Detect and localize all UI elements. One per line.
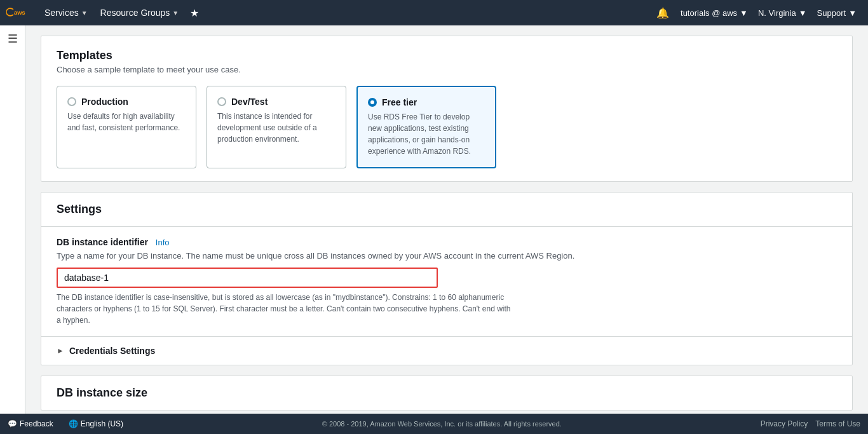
navbar-left: aws Services ▼ Resource Groups ▼ ★: [6, 0, 204, 25]
db-instance-size-card: DB instance size: [41, 376, 853, 410]
svg-text:aws: aws: [14, 10, 25, 16]
favorites-nav[interactable]: ★: [185, 0, 204, 25]
language-selector[interactable]: 🌐 English (US): [69, 419, 123, 428]
sidebar-menu-icon[interactable]: ☰: [8, 32, 18, 46]
credentials-toggle[interactable]: ► Credentials Settings: [41, 336, 852, 365]
bell-icon[interactable]: 🔔: [650, 0, 675, 25]
credentials-label: Credentials Settings: [69, 346, 155, 356]
templates-subtitle: Choose a sample template to meet your us…: [57, 65, 837, 74]
sidebar: ☰: [0, 25, 25, 414]
templates-card: Templates Choose a sample template to me…: [41, 36, 853, 182]
template-options: Production Use defaults for high availab…: [57, 86, 837, 168]
settings-title: Settings: [57, 203, 837, 216]
region-chevron: ▼: [799, 8, 807, 18]
user-chevron: ▼: [740, 8, 748, 18]
db-identifier-section: DB instance identifier Info Type a name …: [41, 227, 852, 336]
radio-production: [67, 97, 76, 106]
templates-title: Templates: [57, 49, 837, 62]
support-menu[interactable]: Support ▼: [812, 0, 862, 25]
services-nav[interactable]: Services ▼: [38, 0, 94, 25]
db-identifier-input[interactable]: [57, 268, 438, 288]
template-production[interactable]: Production Use defaults for high availab…: [57, 86, 196, 168]
db-instance-size-title: DB instance size: [57, 386, 837, 400]
terms-of-use-link[interactable]: Terms of Use: [815, 419, 860, 428]
resource-groups-chevron: ▼: [172, 10, 179, 17]
settings-card: Settings DB instance identifier Info Typ…: [41, 192, 853, 365]
template-devtest[interactable]: Dev/Test This instance is intended for d…: [207, 86, 346, 168]
navbar: aws Services ▼ Resource Groups ▼ ★ 🔔 tut…: [0, 0, 868, 25]
navbar-right: 🔔 tutorials @ aws ▼ N. Virginia ▼ Suppor…: [650, 0, 862, 25]
user-menu[interactable]: tutorials @ aws ▼: [675, 0, 753, 25]
main-content: Templates Choose a sample template to me…: [25, 25, 868, 431]
db-identifier-info[interactable]: Info: [156, 238, 170, 247]
footer-right: Privacy Policy Terms of Use: [761, 419, 860, 428]
db-identifier-label: DB instance identifier Info: [57, 237, 837, 247]
region-menu[interactable]: N. Virginia ▼: [753, 0, 812, 25]
credentials-expand-icon: ►: [57, 346, 64, 355]
footer-left: 💬 Feedback 🌐 English (US): [8, 419, 123, 428]
footer-copyright: © 2008 - 2019, Amazon Web Services, Inc.…: [322, 420, 562, 428]
privacy-policy-link[interactable]: Privacy Policy: [761, 419, 808, 428]
aws-logo[interactable]: aws: [6, 4, 32, 22]
feedback-button[interactable]: 💬 Feedback: [8, 419, 53, 428]
radio-freetier: [368, 98, 377, 107]
services-chevron: ▼: [81, 10, 88, 17]
footer: 💬 Feedback 🌐 English (US) © 2008 - 2019,…: [0, 414, 868, 431]
radio-devtest: [217, 97, 226, 106]
globe-icon: 🌐: [69, 419, 78, 428]
db-identifier-hint: The DB instance identifier is case-insen…: [57, 292, 514, 326]
resource-groups-nav[interactable]: Resource Groups ▼: [94, 0, 186, 25]
support-chevron: ▼: [848, 8, 857, 18]
template-freetier[interactable]: Free tier Use RDS Free Tier to develop n…: [356, 86, 496, 168]
db-identifier-desc: Type a name for your DB instance. The na…: [57, 250, 837, 262]
feedback-icon: 💬: [8, 419, 17, 428]
